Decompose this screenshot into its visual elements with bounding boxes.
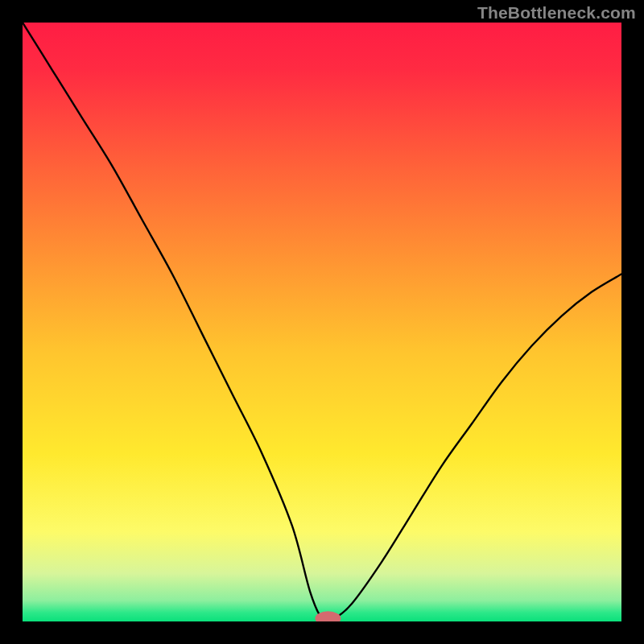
watermark-label: TheBottleneck.com [477, 3, 636, 23]
chart-stage: TheBottleneck.com [0, 0, 644, 644]
bottleneck-chart [23, 23, 621, 621]
chart-background [23, 23, 621, 621]
